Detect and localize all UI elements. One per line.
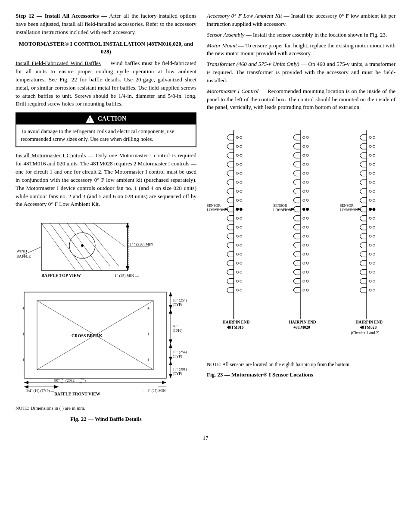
svg-point-258 xyxy=(369,280,371,282)
sensor-diagram-svg: /* handled below */ xyxy=(207,117,395,355)
svg-point-168 xyxy=(306,244,308,246)
svg-line-2 xyxy=(50,223,84,271)
svg-marker-21 xyxy=(24,381,28,384)
svg-point-105 xyxy=(240,271,242,273)
svg-point-255 xyxy=(373,271,375,273)
transformer-paragraph: Transformer (460 and 575-v Units Only) —… xyxy=(207,60,395,85)
plus-marker-3: + xyxy=(22,357,25,363)
sensor-col-2: SENSOR LOCATION xyxy=(273,131,316,330)
svg-marker-31 xyxy=(169,357,172,361)
svg-point-262 xyxy=(369,289,371,291)
svg-marker-33 xyxy=(169,361,172,365)
svg-line-3 xyxy=(59,223,93,271)
plus-marker-5: + xyxy=(147,331,150,337)
motormaster-control-paragraph: Motormaster I Control — Recommended moun… xyxy=(207,87,395,112)
svg-point-71 xyxy=(240,199,242,202)
svg-point-142 xyxy=(306,190,308,193)
dim-1-25-label: 1" (25) MIN — xyxy=(115,274,139,278)
svg-point-85 xyxy=(240,226,242,228)
svg-point-192 xyxy=(369,137,371,139)
hairpin-end-3: HAIRPIN END xyxy=(355,320,383,324)
svg-point-196 xyxy=(369,146,371,148)
right-column: Accessory 0° F Low Ambient Kit — Install… xyxy=(207,12,395,427)
svg-point-92 xyxy=(236,244,238,246)
svg-point-43 xyxy=(240,137,242,139)
dim-typ-2: (TYP) xyxy=(173,354,182,358)
svg-point-221 xyxy=(373,199,375,202)
svg-point-230 xyxy=(369,217,371,219)
sensor-assembly-paragraph: Sensor Assembly — Install the sensor ass… xyxy=(207,31,395,39)
svg-point-172 xyxy=(306,253,308,255)
baffle-front-view-label: BAFFLE FRONT VIEW xyxy=(54,392,100,396)
svg-marker-34 xyxy=(169,374,172,378)
svg-point-164 xyxy=(306,235,308,237)
dim-minus0b-label: -0 xyxy=(79,381,82,384)
svg-point-242 xyxy=(369,244,371,246)
svg-point-133 xyxy=(303,172,305,174)
fig23-label: Fig. 23 — Motormaster® I Sensor Location… xyxy=(207,371,395,379)
svg-marker-24 xyxy=(169,292,172,296)
svg-point-159 xyxy=(303,226,305,228)
plus-marker-2: + xyxy=(22,331,25,337)
plus-marker-4: + xyxy=(147,305,150,311)
svg-point-225 xyxy=(373,208,375,211)
caution-box: CAUTION To avoid damage to the refrigera… xyxy=(16,112,196,147)
left-column: Step 12 — Install All Accessories — Afte… xyxy=(16,12,196,427)
svg-point-238 xyxy=(369,235,371,237)
sensor-loc-label-1: SENSOR xyxy=(207,204,221,208)
svg-point-137 xyxy=(303,181,305,184)
accessory-kit-heading: Accessory 0° F Low Ambient Kit xyxy=(207,12,282,19)
svg-point-193 xyxy=(373,137,375,139)
svg-marker-22 xyxy=(162,381,166,384)
hairpin-end-1: HAIRPIN END xyxy=(223,320,250,324)
svg-point-74 xyxy=(236,208,239,211)
dim-14-label: 14" (356) MIN xyxy=(130,242,153,246)
svg-point-259 xyxy=(373,280,375,282)
plus-marker-1: + xyxy=(22,305,25,311)
sensor-loc-label-3b: LOCATION xyxy=(340,208,358,212)
svg-point-81 xyxy=(240,217,242,219)
svg-point-109 xyxy=(240,280,242,282)
svg-point-187 xyxy=(303,289,305,291)
svg-point-138 xyxy=(306,181,308,184)
cross-break-label: CROSS BREAK xyxy=(72,333,103,338)
svg-point-118 xyxy=(306,137,308,139)
wind-baffle-svg: WIND BAFFLE 14" (356) MIN BAFFLE TOP VIE… xyxy=(16,215,196,400)
svg-point-75 xyxy=(240,208,242,211)
svg-point-67 xyxy=(240,190,242,193)
svg-marker-37 xyxy=(54,385,59,389)
dim-40-label: 40" xyxy=(173,324,178,328)
caution-triangle-icon xyxy=(86,115,94,123)
svg-point-184 xyxy=(306,280,308,282)
svg-point-47 xyxy=(240,146,242,148)
caution-body: To avoid damage to the refrigerant coils… xyxy=(16,124,196,146)
svg-point-149 xyxy=(302,208,305,211)
dim-paren-close: ) xyxy=(84,378,86,383)
step-heading-paragraph: Step 12 — Install All Accessories — Afte… xyxy=(16,12,196,37)
sensor-note: NOTE: All sensors are located on the eig… xyxy=(207,361,395,368)
svg-point-163 xyxy=(303,235,305,237)
sensor-diagram-container: /* handled below */ xyxy=(207,114,395,379)
baffle-note: NOTE: Dimensions in ( ) are in mm. xyxy=(16,405,196,412)
svg-point-150 xyxy=(306,208,308,211)
svg-point-263 xyxy=(373,289,375,291)
svg-point-209 xyxy=(373,172,375,174)
motormaster-controls-heading: Install Motormaster I Controls xyxy=(16,152,86,159)
motormaster-controls-text: — Only one Motormaster I control is requ… xyxy=(16,152,196,207)
svg-point-51 xyxy=(240,154,242,156)
svg-point-224 xyxy=(369,208,371,211)
svg-point-129 xyxy=(303,163,305,165)
step-heading: Step 12 — Install All Accessories — xyxy=(16,12,107,19)
sensor-col-1: /* handled below */ xyxy=(207,131,249,330)
wind-baffle-text: — Wind baffles must be field-fabricated … xyxy=(16,60,196,107)
svg-point-208 xyxy=(369,172,371,174)
motormaster-line: MOTORMASTER® I CONTROL INSTALLATION (48T… xyxy=(16,40,196,56)
svg-point-205 xyxy=(373,163,375,165)
svg-marker-152 xyxy=(291,208,295,211)
svg-point-125 xyxy=(303,154,305,156)
baffle-top-view-label: BAFFLE TOP VIEW xyxy=(41,273,81,278)
svg-point-89 xyxy=(240,235,242,237)
svg-point-96 xyxy=(236,253,238,255)
svg-point-167 xyxy=(303,244,305,246)
dim-typ-1: (TYP) xyxy=(173,302,182,307)
